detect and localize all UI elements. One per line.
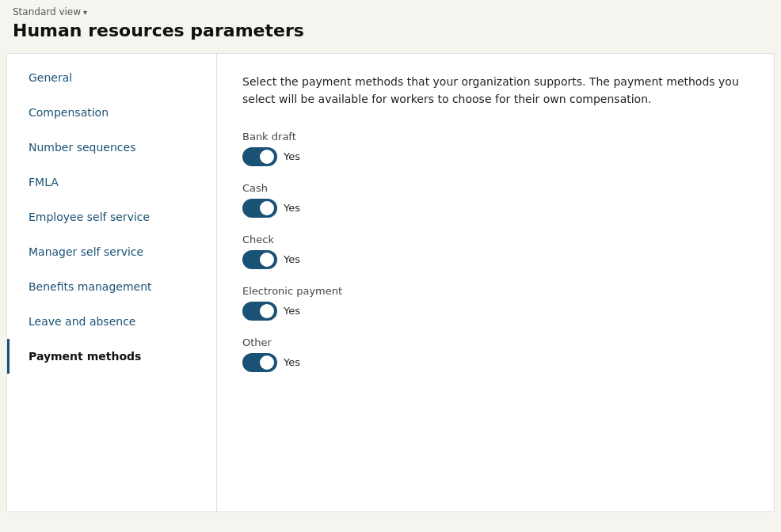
toggle-row-cash: Yes — [242, 199, 749, 218]
sidebar-item-fmla[interactable]: FMLA — [7, 165, 216, 200]
sidebar-item-benefits-management[interactable]: Benefits management — [7, 269, 216, 304]
payment-method-cash: CashYes — [242, 182, 749, 218]
sidebar-item-manager-self-service[interactable]: Manager self service — [7, 234, 216, 269]
description-text: Select the payment methods that your org… — [242, 73, 749, 108]
standard-view-label: Standard view — [13, 6, 81, 17]
toggle-bank-draft[interactable] — [242, 147, 277, 166]
method-label-cash: Cash — [242, 182, 749, 194]
method-label-other: Other — [242, 336, 749, 348]
payment-methods-list: Bank draftYesCashYesCheckYesElectronic p… — [242, 131, 749, 372]
sidebar-item-leave-and-absence[interactable]: Leave and absence — [7, 304, 216, 339]
sidebar-item-number-sequences[interactable]: Number sequences — [7, 130, 216, 165]
main-content: Select the payment methods that your org… — [217, 54, 774, 511]
toggle-cash[interactable] — [242, 199, 277, 218]
toggle-row-bank-draft: Yes — [242, 147, 749, 166]
sidebar: GeneralCompensationNumber sequencesFMLAE… — [7, 54, 217, 511]
toggle-check[interactable] — [242, 250, 277, 269]
toggle-row-check: Yes — [242, 250, 749, 269]
toggle-value-other: Yes — [284, 356, 300, 368]
top-bar: Standard view ▾ — [0, 0, 781, 21]
method-label-electronic-payment: Electronic payment — [242, 285, 749, 297]
toggle-other[interactable] — [242, 353, 277, 372]
method-label-check: Check — [242, 234, 749, 245]
chevron-down-icon: ▾ — [83, 8, 87, 17]
page-wrapper: Standard view ▾ Human resources paramete… — [0, 0, 781, 532]
toggle-row-electronic-payment: Yes — [242, 302, 749, 321]
page-title: Human resources parameters — [0, 21, 781, 53]
sidebar-item-general[interactable]: General — [7, 60, 216, 95]
toggle-value-cash: Yes — [284, 202, 300, 214]
payment-method-other: OtherYes — [242, 336, 749, 372]
toggle-value-electronic-payment: Yes — [284, 305, 300, 317]
standard-view-button[interactable]: Standard view ▾ — [13, 6, 87, 17]
sidebar-item-compensation[interactable]: Compensation — [7, 95, 216, 130]
sidebar-item-employee-self-service[interactable]: Employee self service — [7, 200, 216, 234]
content-area: GeneralCompensationNumber sequencesFMLAE… — [6, 53, 775, 512]
toggle-electronic-payment[interactable] — [242, 302, 277, 321]
sidebar-item-payment-methods[interactable]: Payment methods — [7, 339, 216, 374]
method-label-bank-draft: Bank draft — [242, 131, 749, 142]
toggle-value-bank-draft: Yes — [284, 150, 300, 162]
payment-method-check: CheckYes — [242, 234, 749, 269]
toggle-value-check: Yes — [284, 253, 300, 265]
payment-method-bank-draft: Bank draftYes — [242, 131, 749, 166]
toggle-row-other: Yes — [242, 353, 749, 372]
payment-method-electronic-payment: Electronic paymentYes — [242, 285, 749, 321]
